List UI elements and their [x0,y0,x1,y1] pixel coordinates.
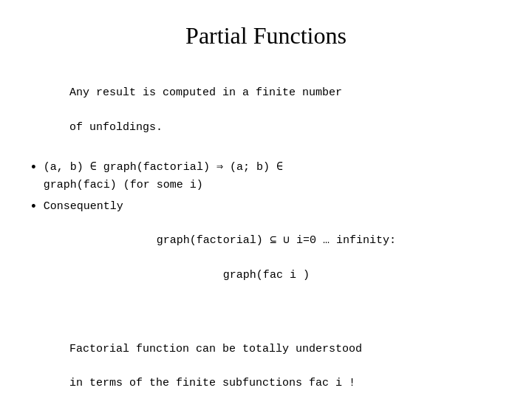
bullet2-label: Consequently [44,200,123,213]
bullet1-line1: (a, b) ∈ graph(factorial) ⇒ (a; b) ∈ [44,161,283,174]
footer-text: Factorial function can be totally unders… [30,323,502,399]
bullet-text-1: (a, b) ∈ graph(factorial) ⇒ (a; b) ∈ gra… [44,159,502,194]
bullet-item-2: • Consequently graph(factorial) ⊆ ∪ i=0 … [30,198,502,301]
slide-container: Partial Functions Any result is computed… [0,0,532,399]
bullet-item-1: • (a, b) ∈ graph(factorial) ⇒ (a; b) ∈ g… [30,159,502,194]
intro-line1: Any result is computed in a finite numbe… [69,86,342,99]
bullet-dot-1: • [30,159,38,177]
intro-line2: of unfoldings. [69,121,163,134]
intro-text: Any result is computed in a finite numbe… [30,67,502,153]
bullet-list: • (a, b) ∈ graph(factorial) ⇒ (a; b) ∈ g… [30,159,502,301]
slide-title: Partial Functions [30,22,502,50]
footer-line2: in terms of the finite subfunctions fac … [69,377,355,389]
indented-line1: graph(factorial) ⊆ ∪ i=0 … infinity: [123,234,396,247]
bullet-text-2: Consequently graph(factorial) ⊆ ∪ i=0 … … [44,198,502,301]
indented-line2: graph(fac i ) [123,269,310,282]
bullet1-line2: graph(faci) (for some i) [44,179,203,191]
spacer [30,305,502,320]
bullet-dot-2: • [30,198,38,216]
slide-content: Any result is computed in a finite numbe… [30,67,502,399]
indented-block: graph(factorial) ⊆ ∪ i=0 … infinity: gra… [44,234,396,299]
footer-line1: Factorial function can be totally unders… [69,343,362,355]
